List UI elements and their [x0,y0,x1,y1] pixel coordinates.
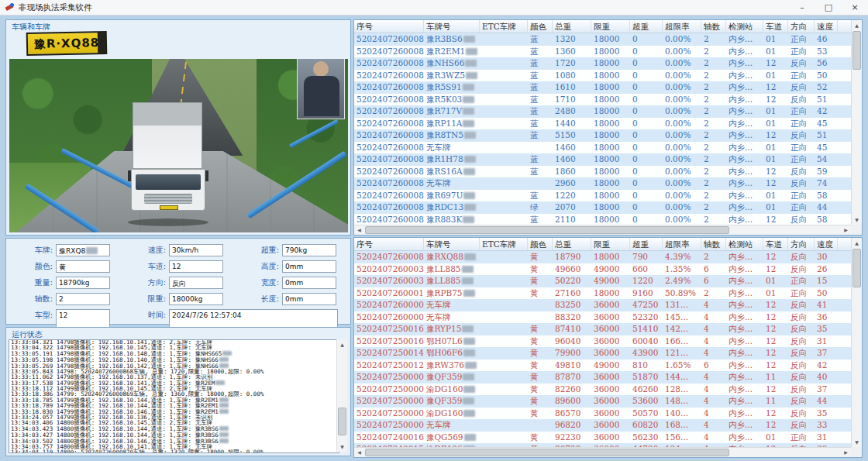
table-row[interactable]: 520240726000855豫R883K蓝21101800000.00%2内乡… [354,214,851,225]
table-vertical-scrollbar[interactable]: ▲ ▼ [851,238,862,447]
column-header[interactable]: 速度 [815,238,838,250]
field-input-重量[interactable]: 18790kg [56,277,110,289]
table-cell: 11 [763,371,788,384]
table-row[interactable]: 520240725000034豫QF359黄878703600051870144… [354,371,851,384]
table-vertical-scrollbar[interactable]: ▲ ▼ [851,20,862,225]
table-row[interactable]: 520240726000863豫RP11A蓝14401800000.00%2内乡… [354,118,851,130]
column-header[interactable]: 方向 [788,238,815,250]
table-cell: 87870 [553,371,591,384]
scrollbar-thumb[interactable] [852,249,861,287]
column-header[interactable]: 检测站 [726,238,763,250]
column-header[interactable]: 车道 [763,20,788,33]
table-row[interactable]: 520240726000867豫R3WZ5蓝10801800000.00%2内乡… [354,70,851,82]
close-button[interactable]: × [842,0,868,15]
column-header[interactable]: 超限率 [663,238,701,250]
scroll-down-icon[interactable]: ▼ [852,215,862,225]
table-row[interactable]: 520240726000857豫R697U蓝12201800000.00%2内乡… [354,190,851,202]
table-row[interactable]: 520240725000032渝DG160黄822603600046260128… [354,384,851,396]
column-header[interactable]: 总重 [553,238,591,250]
field-input-超重[interactable]: 790kg [282,244,336,256]
scroll-down-icon[interactable]: ▼ [852,437,862,447]
scroll-right-icon[interactable]: ▶ [841,448,851,457]
column-header[interactable]: 检测站 [726,20,763,33]
field-input-车道[interactable]: 12 [169,260,223,273]
field-input-速度[interactable]: 30km/h [169,244,223,256]
table-row[interactable]: 520240725001675豫RYP15黄874103600051410142… [354,323,851,335]
table-row[interactable]: 520240726000348豫LL885黄49660490006601.35%… [354,263,851,276]
table-row[interactable]: 520240726000807豫RXQ88黄18790180007904.39%… [354,251,851,263]
scroll-right-icon[interactable]: ▶ [841,225,851,235]
table-cell: 520240725000011 [354,408,424,420]
table-row[interactable]: 520240726000024无车牌832503600047250131...4… [354,299,851,311]
field-input-长度[interactable]: 0mm [282,293,336,305]
column-header[interactable]: 序号 [354,238,424,250]
table-row[interactable]: 520240725000008无车牌968203600060820168...4… [354,419,851,432]
table-row[interactable]: 520240724001671豫QG569黄922303600056230156… [354,432,851,444]
column-header[interactable]: ETC车牌 [480,20,528,33]
field-input-轴数[interactable]: 2 [56,293,110,305]
column-header[interactable]: 超重 [630,238,663,250]
scroll-left-icon[interactable]: ◀ [354,448,364,457]
field-input-高度[interactable]: 0mm [282,260,336,273]
table-row[interactable]: 520240726000865豫R5K03蓝17101800000.00%2内乡… [354,94,851,106]
table-cell: 46260 [630,384,663,396]
table-row[interactable]: 520240725001455鄂H06F6黄799003600043900121… [354,347,851,360]
table-row[interactable]: 520240725001631鄂H07L6黄960403600060040166… [354,335,851,348]
column-header[interactable]: 总重 [553,20,591,33]
field-input-限重[interactable]: 18000kg [169,293,223,305]
table-horizontal-scrollbar[interactable]: ◀ ▶ [354,225,851,235]
field-label: 车牌: [16,244,56,256]
column-header[interactable]: 车道 [763,238,788,250]
scroll-up-icon[interactable]: ▲ [852,238,862,248]
table-horizontal-scrollbar[interactable]: ◀ ▶ [354,447,851,457]
column-header[interactable]: 超重 [630,20,663,33]
table-row[interactable]: 520240726000014无车牌883203600052320145...4… [354,311,851,324]
table-row[interactable]: 520240726000305豫LL885黄502204900012202.49… [354,275,851,287]
column-header[interactable]: 方向 [788,20,815,33]
column-header[interactable]: 车牌号 [424,238,480,250]
field-input-宽度[interactable]: 0mm [282,277,336,289]
table-row[interactable]: 520240726000858无车牌29601800000.00%2内乡...1… [354,177,851,190]
table-row[interactable]: 520240725000014豫QF359黄896003600053600148… [354,395,851,408]
table-row[interactable]: 520240726000869豫R2EM1蓝13601800000.00%2内乡… [354,46,851,58]
column-header[interactable]: 速度 [815,20,838,33]
table-row[interactable]: 520240726000868豫NHS66蓝17201800000.00%2内乡… [354,57,851,70]
scroll-left-icon[interactable]: ◀ [354,225,364,235]
table-row[interactable]: 520240726000152豫RPB75黄2716018000916050.8… [354,287,851,300]
table-row[interactable]: 520240726000861无车牌14601800000.00%2内乡...0… [354,142,851,154]
maximize-button[interactable]: □ [815,0,842,15]
column-header[interactable]: 颜色 [528,238,553,250]
table-row[interactable]: 520240726000862豫R8TN5蓝51501800000.00%2内乡… [354,129,851,142]
table-row[interactable]: 520240726000870豫R3BS6蓝13201800000.00%2内乡… [354,33,851,46]
column-header[interactable]: ETC车牌 [480,238,528,250]
column-header[interactable]: 序号 [354,20,424,33]
scroll-up-icon[interactable]: ▲ [337,339,347,349]
log-line[interactable]: 13:34:04.119 14800: 520240726000870车辆, 总… [9,450,339,453]
scrollbar-thumb[interactable] [365,226,729,234]
scrollbar-thumb[interactable] [365,449,729,456]
scroll-up-icon[interactable]: ▲ [852,20,862,30]
redaction-blur [463,120,474,127]
minimize-button[interactable]: – [789,0,815,15]
field-input-方向[interactable]: 反向 [169,277,223,289]
table-row[interactable]: 520240726000864豫R717V蓝24801800000.00%2内乡… [354,105,851,118]
table-row[interactable]: 520240726000860豫R1H78蓝14601800000.00%2内乡… [354,153,851,166]
log-scrollbar[interactable]: ▲ ▼ [336,339,347,452]
table-row[interactable]: 520240725000011渝DG160黄865703600050570140… [354,408,851,420]
column-header[interactable]: 车牌号 [424,20,480,33]
table-row[interactable]: 520240726000859豫RS16A蓝18601800000.00%2内乡… [354,166,851,178]
column-header[interactable]: 限重 [591,20,630,33]
scrollbar-thumb[interactable] [338,408,346,435]
table-row[interactable]: 520240726000866豫R5S91蓝16101800000.00%2内乡… [354,81,851,94]
column-header[interactable]: 轴数 [701,238,726,250]
scrollbar-thumb[interactable] [852,31,861,70]
column-header[interactable]: 轴数 [701,20,726,33]
table-row[interactable]: 520240725001232豫RW376黄49810490008101.65%… [354,360,851,372]
scroll-down-icon[interactable]: ▼ [337,442,347,452]
table-row[interactable]: 520240726000856豫RDC13绿20701800000.00%2内乡… [354,201,851,214]
field-input-车牌[interactable]: 豫RXQ8 [56,244,110,256]
column-header[interactable]: 限重 [591,238,630,250]
column-header[interactable]: 颜色 [528,20,553,33]
column-header[interactable]: 超限率 [663,20,701,33]
field-input-颜色[interactable]: 黄 [56,260,110,273]
